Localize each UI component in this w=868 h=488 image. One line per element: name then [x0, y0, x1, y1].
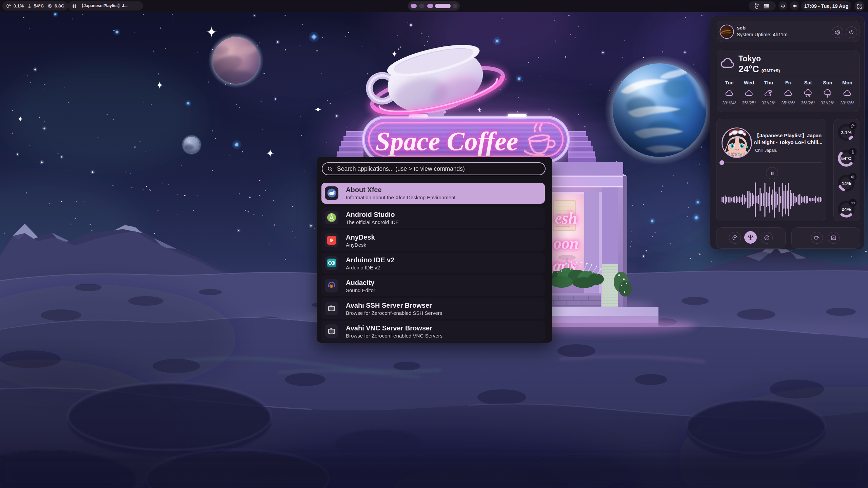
svg-text:24%: 24% [842, 207, 851, 212]
svg-text:Space Coffee: Space Coffee [376, 126, 518, 156]
svg-text:esh: esh [555, 209, 577, 227]
svg-text:3.1%: 3.1% [841, 130, 852, 135]
svg-text:oon: oon [553, 234, 579, 252]
svg-text:54°C: 54°C [841, 156, 851, 161]
svg-text:14%: 14% [842, 181, 851, 186]
